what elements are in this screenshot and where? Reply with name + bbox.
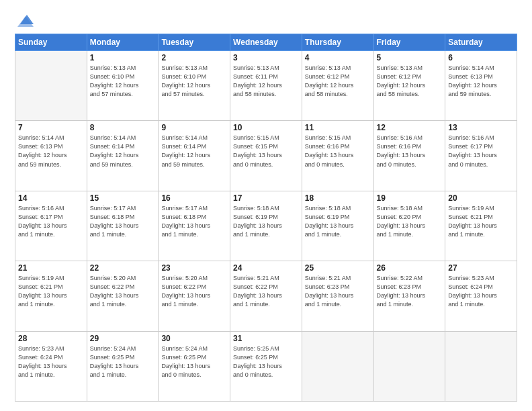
day-info: Sunrise: 5:14 AM Sunset: 6:13 PM Dayligh… [18,134,84,169]
day-info: Sunrise: 5:17 AM Sunset: 6:18 PM Dayligh… [90,204,156,239]
day-number: 24 [233,263,299,273]
day-info: Sunrise: 5:23 AM Sunset: 6:24 PM Dayligh… [18,345,84,379]
calendar-header-friday: Friday [373,34,445,51]
day-info: Sunrise: 5:24 AM Sunset: 6:25 PM Dayligh… [161,345,227,379]
calendar-cell: 22Sunrise: 5:20 AM Sunset: 6:22 PM Dayli… [87,261,159,331]
day-number: 21 [18,263,84,273]
calendar-cell: 20Sunrise: 5:19 AM Sunset: 6:21 PM Dayli… [445,191,517,261]
day-info: Sunrise: 5:21 AM Sunset: 6:23 PM Dayligh… [305,274,371,309]
calendar-cell: 4Sunrise: 5:13 AM Sunset: 6:12 PM Daylig… [302,51,373,121]
day-info: Sunrise: 5:22 AM Sunset: 6:23 PM Dayligh… [377,274,443,309]
calendar-cell: 9Sunrise: 5:14 AM Sunset: 6:14 PM Daylig… [159,121,230,191]
day-info: Sunrise: 5:14 AM Sunset: 6:14 PM Dayligh… [161,134,227,169]
day-info: Sunrise: 5:25 AM Sunset: 6:25 PM Dayligh… [233,345,299,379]
day-number: 13 [448,123,514,132]
calendar-cell: 23Sunrise: 5:20 AM Sunset: 6:22 PM Dayli… [159,261,230,331]
day-number: 31 [233,334,299,343]
calendar-cell: 25Sunrise: 5:21 AM Sunset: 6:23 PM Dayli… [302,261,373,331]
day-info: Sunrise: 5:14 AM Sunset: 6:13 PM Dayligh… [448,64,514,99]
day-number: 3 [233,53,299,62]
calendar-cell: 3Sunrise: 5:13 AM Sunset: 6:11 PM Daylig… [230,51,302,121]
day-number: 11 [305,123,371,132]
day-info: Sunrise: 5:20 AM Sunset: 6:22 PM Dayligh… [90,274,156,309]
day-number: 17 [233,193,299,203]
calendar-header-monday: Monday [87,34,159,51]
calendar-cell [15,51,87,121]
calendar-header-sunday: Sunday [15,34,87,51]
calendar-cell [445,331,517,401]
calendar-header-thursday: Thursday [302,34,373,51]
calendar-cell: 5Sunrise: 5:13 AM Sunset: 6:12 PM Daylig… [373,51,445,121]
calendar-week-row: 7Sunrise: 5:14 AM Sunset: 6:13 PM Daylig… [15,121,517,191]
day-number: 18 [305,193,371,203]
day-number: 23 [161,263,227,273]
day-info: Sunrise: 5:18 AM Sunset: 6:20 PM Dayligh… [377,204,443,239]
day-number: 25 [305,263,371,273]
day-info: Sunrise: 5:18 AM Sunset: 6:19 PM Dayligh… [233,204,299,239]
day-number: 12 [377,123,443,132]
calendar-cell: 24Sunrise: 5:21 AM Sunset: 6:22 PM Dayli… [230,261,302,331]
day-number: 16 [161,193,227,203]
day-info: Sunrise: 5:14 AM Sunset: 6:14 PM Dayligh… [90,134,156,169]
day-info: Sunrise: 5:24 AM Sunset: 6:25 PM Dayligh… [90,345,156,379]
calendar-header-row: SundayMondayTuesdayWednesdayThursdayFrid… [15,34,517,51]
day-number: 1 [90,53,156,62]
day-info: Sunrise: 5:13 AM Sunset: 6:12 PM Dayligh… [377,64,443,99]
header [15,12,517,27]
calendar-cell: 8Sunrise: 5:14 AM Sunset: 6:14 PM Daylig… [87,121,159,191]
day-number: 6 [448,53,514,62]
day-info: Sunrise: 5:16 AM Sunset: 6:16 PM Dayligh… [377,134,443,169]
calendar-cell: 19Sunrise: 5:18 AM Sunset: 6:20 PM Dayli… [373,191,445,261]
calendar-week-row: 21Sunrise: 5:19 AM Sunset: 6:21 PM Dayli… [15,261,517,331]
calendar-cell: 17Sunrise: 5:18 AM Sunset: 6:19 PM Dayli… [230,191,302,261]
day-number: 5 [377,53,443,62]
calendar-cell: 16Sunrise: 5:17 AM Sunset: 6:18 PM Dayli… [159,191,230,261]
day-info: Sunrise: 5:13 AM Sunset: 6:10 PM Dayligh… [161,64,227,99]
day-number: 28 [18,334,84,343]
day-number: 14 [18,193,84,203]
day-info: Sunrise: 5:18 AM Sunset: 6:19 PM Dayligh… [305,204,371,239]
day-number: 4 [305,53,371,62]
day-info: Sunrise: 5:13 AM Sunset: 6:11 PM Dayligh… [233,64,299,99]
day-number: 8 [90,123,156,132]
calendar-table: SundayMondayTuesdayWednesdayThursdayFrid… [15,34,517,402]
calendar-cell: 21Sunrise: 5:19 AM Sunset: 6:21 PM Dayli… [15,261,87,331]
day-number: 7 [18,123,84,132]
calendar-cell: 18Sunrise: 5:18 AM Sunset: 6:19 PM Dayli… [302,191,373,261]
calendar-cell: 7Sunrise: 5:14 AM Sunset: 6:13 PM Daylig… [15,121,87,191]
calendar-cell: 11Sunrise: 5:15 AM Sunset: 6:16 PM Dayli… [302,121,373,191]
calendar-cell: 31Sunrise: 5:25 AM Sunset: 6:25 PM Dayli… [230,331,302,401]
day-number: 19 [377,193,443,203]
day-info: Sunrise: 5:15 AM Sunset: 6:15 PM Dayligh… [233,134,299,169]
calendar-cell: 29Sunrise: 5:24 AM Sunset: 6:25 PM Dayli… [87,331,159,401]
day-info: Sunrise: 5:16 AM Sunset: 6:17 PM Dayligh… [448,134,514,169]
day-number: 30 [161,334,227,343]
day-info: Sunrise: 5:23 AM Sunset: 6:24 PM Dayligh… [448,274,514,309]
calendar-cell: 27Sunrise: 5:23 AM Sunset: 6:24 PM Dayli… [445,261,517,331]
day-info: Sunrise: 5:21 AM Sunset: 6:22 PM Dayligh… [233,274,299,309]
page: SundayMondayTuesdayWednesdayThursdayFrid… [0,0,532,411]
calendar-cell: 10Sunrise: 5:15 AM Sunset: 6:15 PM Dayli… [230,121,302,191]
calendar-cell: 2Sunrise: 5:13 AM Sunset: 6:10 PM Daylig… [159,51,230,121]
calendar-week-row: 28Sunrise: 5:23 AM Sunset: 6:24 PM Dayli… [15,331,517,401]
calendar-cell [302,331,373,401]
day-number: 2 [161,53,227,62]
calendar-cell: 30Sunrise: 5:24 AM Sunset: 6:25 PM Dayli… [159,331,230,401]
day-number: 9 [161,123,227,132]
logo-icon [16,12,35,27]
day-info: Sunrise: 5:19 AM Sunset: 6:21 PM Dayligh… [448,204,514,239]
calendar-header-wednesday: Wednesday [230,34,302,51]
calendar-cell: 1Sunrise: 5:13 AM Sunset: 6:10 PM Daylig… [87,51,159,121]
calendar-header-tuesday: Tuesday [159,34,230,51]
day-info: Sunrise: 5:19 AM Sunset: 6:21 PM Dayligh… [18,274,84,309]
day-info: Sunrise: 5:15 AM Sunset: 6:16 PM Dayligh… [305,134,371,169]
calendar-week-row: 14Sunrise: 5:16 AM Sunset: 6:17 PM Dayli… [15,191,517,261]
day-number: 15 [90,193,156,203]
day-info: Sunrise: 5:13 AM Sunset: 6:10 PM Dayligh… [90,64,156,99]
day-number: 22 [90,263,156,273]
calendar-header-saturday: Saturday [445,34,517,51]
day-info: Sunrise: 5:13 AM Sunset: 6:12 PM Dayligh… [305,64,371,99]
calendar-cell: 28Sunrise: 5:23 AM Sunset: 6:24 PM Dayli… [15,331,87,401]
calendar-cell [373,331,445,401]
calendar-cell: 15Sunrise: 5:17 AM Sunset: 6:18 PM Dayli… [87,191,159,261]
